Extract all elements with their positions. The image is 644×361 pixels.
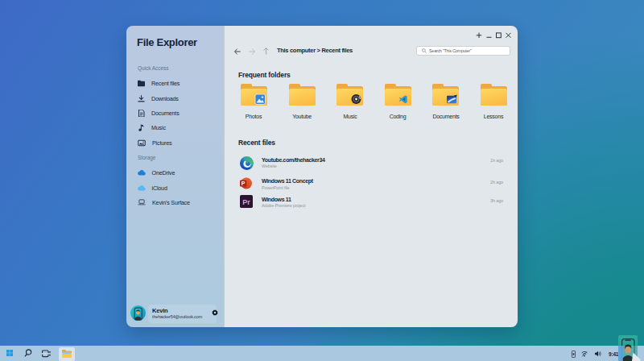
- svg-text:P: P: [242, 180, 246, 186]
- svg-text:Pr: Pr: [242, 198, 250, 206]
